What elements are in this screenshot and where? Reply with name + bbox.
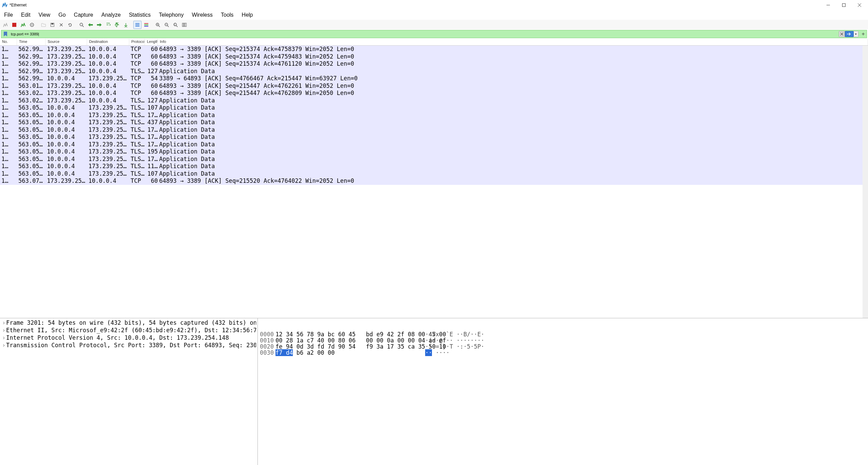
menu-wireless[interactable]: Wireless: [188, 11, 217, 19]
column-info[interactable]: Info: [158, 39, 868, 45]
column-protocol[interactable]: Protocol: [129, 39, 145, 45]
packet-row[interactable]: 1…563.018…173.239.254.…10.0.0.4TCP60 648…: [0, 82, 868, 90]
packet-details-pane[interactable]: ›Frame 3201: 54 bytes on wire (432 bits)…: [0, 318, 258, 465]
packet-list-scrollbar[interactable]: [863, 46, 868, 318]
first-packet-button[interactable]: [113, 21, 121, 29]
packet-row[interactable]: 1…563.058…10.0.0.4173.239.254.…TLS…17… A…: [0, 133, 868, 141]
packet-row[interactable]: 1…563.026…173.239.254.…10.0.0.4TLS…127 A…: [0, 97, 868, 105]
svg-point-22: [165, 23, 168, 26]
expand-icon[interactable]: ›: [1, 319, 6, 326]
minimize-button[interactable]: [820, 0, 836, 10]
packet-row[interactable]: 1…563.058…10.0.0.4173.239.254.…TLS…107 A…: [0, 170, 868, 178]
add-filter-button[interactable]: +: [860, 31, 867, 37]
svg-rect-7: [51, 23, 53, 25]
close-button[interactable]: [852, 0, 867, 10]
hex-line[interactable]: 0030f7 d4 b6 a2 00 00·· ····: [260, 350, 866, 356]
column-destination[interactable]: Destination: [87, 39, 129, 45]
stop-capture-button[interactable]: [10, 21, 18, 29]
zoom-in-button[interactable]: [154, 21, 162, 29]
packet-row[interactable]: 1…562.997…10.0.0.4173.239.254.…TCP54 338…: [0, 75, 868, 82]
packet-row[interactable]: 1…562.997…173.239.254.…10.0.0.4TCP60 648…: [0, 46, 868, 53]
packet-bytes-pane[interactable]: 000012 34 56 78 9a bc 60 45 bd e9 42 2f …: [258, 318, 868, 465]
go-forward-button[interactable]: [95, 21, 103, 29]
start-capture-button[interactable]: [1, 21, 10, 29]
packet-row[interactable]: 1…563.058…10.0.0.4173.239.254.…TLS…195 A…: [0, 148, 868, 156]
svg-rect-6: [51, 23, 54, 27]
zoom-out-button[interactable]: [163, 21, 171, 29]
packet-row[interactable]: 1…563.078…173.239.254.…10.0.0.4TCP60 648…: [0, 177, 868, 185]
svg-line-9: [60, 23, 63, 26]
svg-point-25: [174, 23, 177, 26]
svg-rect-28: [182, 23, 183, 27]
bottom-panes: ›Frame 3201: 54 bytes on wire (432 bits)…: [0, 318, 868, 465]
reload-button[interactable]: [66, 21, 74, 29]
packet-row[interactable]: 1…563.026…173.239.254.…10.0.0.4TCP60 648…: [0, 90, 868, 97]
goto-packet-button[interactable]: [104, 21, 112, 29]
apply-filter-button[interactable]: [845, 31, 854, 37]
svg-rect-29: [184, 23, 185, 27]
expand-icon[interactable]: ›: [1, 334, 6, 341]
packet-row[interactable]: 1…563.058…10.0.0.4173.239.254.…TLS…17… A…: [0, 156, 868, 163]
packet-row[interactable]: 1…563.057…10.0.0.4173.239.254.…TLS…107 A…: [0, 104, 868, 112]
menu-view[interactable]: View: [34, 11, 54, 19]
menu-go[interactable]: Go: [54, 11, 70, 19]
packet-row[interactable]: 1…563.058…10.0.0.4173.239.254.…TLS…11… A…: [0, 163, 868, 170]
column-length[interactable]: Length: [145, 39, 158, 45]
close-file-button[interactable]: [57, 21, 65, 29]
column-no[interactable]: No.: [0, 39, 17, 45]
svg-rect-15: [144, 23, 148, 24]
details-row: ›Ethernet II, Src: Microsof_e9:42:2f (60…: [1, 326, 256, 334]
svg-rect-13: [135, 25, 139, 25]
menu-statistics[interactable]: Statistics: [125, 11, 155, 19]
restart-capture-button[interactable]: [19, 21, 27, 29]
expand-icon[interactable]: ›: [1, 326, 6, 334]
zoom-reset-button[interactable]: 1: [171, 21, 180, 29]
filter-history-dropdown[interactable]: ▾: [854, 31, 858, 37]
main-toolbar: 1: [0, 20, 868, 29]
packet-list[interactable]: 1…562.997…173.239.254.…10.0.0.4TCP60 648…: [0, 46, 868, 318]
packet-row[interactable]: 1…563.058…10.0.0.4173.239.254.…TLS…17… A…: [0, 112, 868, 119]
svg-point-18: [156, 23, 159, 26]
column-source[interactable]: Source: [46, 39, 87, 45]
hex-line[interactable]: 001000 28 1a c7 40 00 80 06 00 00 0a 00 …: [260, 337, 866, 343]
menu-capture[interactable]: Capture: [70, 11, 97, 19]
details-row: ›Internet Protocol Version 4, Src: 10.0.…: [1, 334, 256, 341]
menubar: File Edit View Go Capture Analyze Statis…: [0, 10, 868, 20]
details-row: ›Frame 3201: 54 bytes on wire (432 bits)…: [1, 319, 256, 326]
save-file-button[interactable]: [48, 21, 56, 29]
menu-edit[interactable]: Edit: [17, 11, 35, 19]
packet-row[interactable]: 1…562.997…173.239.254.…10.0.0.4TLS…127 A…: [0, 68, 868, 75]
menu-file[interactable]: File: [1, 11, 17, 19]
hex-line[interactable]: 000012 34 56 78 9a bc 60 45 bd e9 42 2f …: [260, 331, 866, 337]
display-filter-input[interactable]: [9, 32, 839, 36]
menu-tools[interactable]: Tools: [217, 11, 237, 19]
expand-icon[interactable]: ›: [1, 341, 6, 349]
column-time[interactable]: Time: [17, 39, 46, 45]
clear-filter-button[interactable]: [839, 31, 845, 37]
svg-rect-17: [144, 26, 148, 27]
go-back-button[interactable]: [86, 21, 95, 29]
resize-columns-button[interactable]: [180, 21, 188, 29]
svg-line-19: [158, 26, 160, 27]
packet-row[interactable]: 1…562.997…173.239.254.…10.0.0.4TCP60 648…: [0, 60, 868, 68]
hex-line[interactable]: 0020fe 94 0d 3d fd 7d 90 54 f9 3a 17 35 …: [260, 343, 866, 350]
menu-telephony[interactable]: Telephony: [155, 11, 188, 19]
packet-row[interactable]: 1…562.997…173.239.254.…10.0.0.4TCP60 648…: [0, 53, 868, 61]
maximize-button[interactable]: [836, 0, 852, 10]
last-packet-button[interactable]: [122, 21, 130, 29]
svg-line-8: [60, 23, 63, 26]
find-packet-button[interactable]: [78, 21, 86, 29]
packet-row[interactable]: 1…563.058…10.0.0.4173.239.254.…TLS…437 A…: [0, 119, 868, 126]
bookmark-icon[interactable]: [3, 31, 8, 37]
auto-scroll-button[interactable]: [133, 21, 141, 29]
packet-row[interactable]: 1…563.058…10.0.0.4173.239.254.…TLS…17… A…: [0, 126, 868, 134]
menu-analyze[interactable]: Analyze: [97, 11, 125, 19]
capture-options-button[interactable]: [28, 21, 36, 29]
open-file-button[interactable]: [39, 21, 48, 29]
svg-rect-30: [185, 23, 186, 27]
details-row: ›Transmission Control Protocol, Src Port…: [1, 341, 256, 349]
svg-rect-12: [135, 23, 139, 24]
menu-help[interactable]: Help: [238, 11, 257, 19]
packet-row[interactable]: 1…563.058…10.0.0.4173.239.254.…TLS…17… A…: [0, 141, 868, 148]
colorize-button[interactable]: [142, 21, 150, 29]
